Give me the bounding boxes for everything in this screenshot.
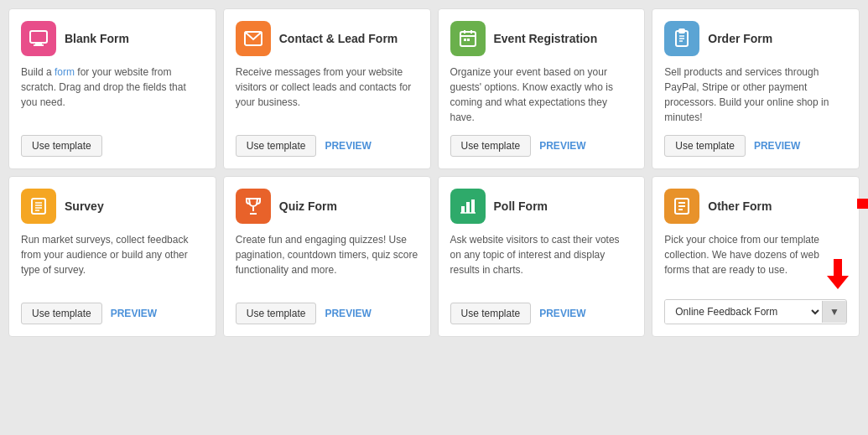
card-title-blank: Blank Form [65,31,129,46]
card-header-blank: Blank Form [21,21,204,56]
card-other-form: Other Form Pick your choice from our tem… [652,176,860,337]
card-header-other: Other Form [664,189,847,224]
icon-event [450,21,486,56]
svg-rect-8 [464,39,466,41]
list-icon [29,196,49,216]
svg-rect-0 [30,31,47,43]
card-contact-lead: Contact & Lead Form Receive messages fro… [223,8,431,169]
use-template-poll-button[interactable]: Use template [450,303,532,324]
svg-rect-22 [461,206,465,213]
preview-survey-link[interactable]: PREVIEW [111,308,157,319]
preview-order-link[interactable]: PREVIEW [754,140,800,152]
use-template-contact-button[interactable]: Use template [236,135,317,157]
svg-rect-2 [34,44,44,46]
card-title-survey: Survey [65,199,104,214]
use-template-quiz-button[interactable]: Use template [236,303,317,324]
monitor-icon [29,28,49,49]
card-header-poll: Poll Form [450,189,633,224]
card-survey: Survey Run market surveys, collect feedb… [8,176,216,337]
calendar-icon [458,28,478,49]
other-form-dropdown[interactable]: Online Feedback Form Customer Support Fo… [665,300,822,324]
card-header-order: Order Form [664,21,847,56]
card-blank-form: Blank Form Build a form for your website… [8,8,216,169]
icon-other [664,189,699,224]
card-header-event: Event Registration [450,21,633,56]
clipboard-icon [672,28,692,49]
card-desc-blank: Build a form for your website from scrat… [21,65,204,125]
card-desc-order: Sell products and services through PayPa… [664,65,847,125]
card-footer-contact: Use template PREVIEW [236,135,418,157]
svg-rect-9 [467,39,470,41]
card-footer-quiz: Use template PREVIEW [236,303,418,324]
card-header-quiz: Quiz Form [236,189,418,224]
card-title-quiz: Quiz Form [279,199,337,214]
svg-marker-26 [857,192,868,215]
card-desc-poll: Ask website visitors to cast their votes… [450,232,633,293]
envelope-icon [243,28,263,49]
icon-blank-form [21,21,56,56]
card-poll-form: Poll Form Ask website visitors to cast t… [438,176,646,337]
icon-quiz [236,189,271,224]
card-footer-order: Use template PREVIEW [664,135,847,157]
card-desc-survey: Run market surveys, collect feedback fro… [21,232,204,293]
svg-marker-31 [827,259,849,289]
svg-rect-23 [466,202,470,213]
card-title-order: Order Form [708,31,772,46]
card-footer-survey: Use template PREVIEW [21,303,204,324]
use-template-order-button[interactable]: Use template [664,135,746,157]
lines-icon [672,196,692,216]
card-footer-poll: Use template PREVIEW [450,303,633,324]
preview-contact-link[interactable]: PREVIEW [325,140,371,152]
icon-contact-lead [236,21,271,56]
card-header-survey: Survey [21,189,204,224]
icon-order [664,21,699,56]
card-title-event: Event Registration [494,31,598,46]
card-order-form: Order Form Sell products and services th… [652,8,860,169]
chart-icon [458,196,478,216]
trophy-icon [243,196,263,216]
icon-poll [450,189,486,224]
svg-rect-1 [35,43,42,44]
use-template-survey-button[interactable]: Use template [21,303,102,324]
card-desc-quiz: Create fun and engaging quizzes! Use pag… [236,232,418,293]
card-quiz-form: Quiz Form Create fun and engaging quizze… [223,176,431,337]
template-grid: Blank Form Build a form for your website… [8,8,860,337]
card-header-contact: Contact & Lead Form [236,21,418,56]
red-arrow-right [857,192,868,219]
other-form-dropdown-container: Online Feedback Form Customer Support Fo… [664,299,847,324]
svg-rect-15 [32,199,45,214]
dropdown-arrow-button[interactable]: ▼ [822,301,846,323]
card-desc-event: Organize your event based on your guests… [450,65,633,125]
card-footer-event: Use template PREVIEW [450,135,633,157]
preview-quiz-link[interactable]: PREVIEW [325,308,371,319]
use-template-blank-button[interactable]: Use template [21,135,102,157]
svg-rect-24 [471,199,475,213]
card-title-other: Other Form [708,199,772,214]
card-title-contact: Contact & Lead Form [279,31,398,46]
preview-poll-link[interactable]: PREVIEW [539,308,585,319]
use-template-event-button[interactable]: Use template [450,135,532,157]
card-desc-contact: Receive messages from your website visit… [236,65,418,125]
red-arrow-down [827,259,849,293]
card-event-registration: Event Registration Organize your event b… [438,8,646,169]
card-title-poll: Poll Form [494,199,548,214]
preview-event-link[interactable]: PREVIEW [539,140,585,152]
card-footer-blank: Use template [21,135,204,157]
card-desc-other: Pick your choice from our template colle… [664,232,847,289]
icon-survey [21,189,56,224]
